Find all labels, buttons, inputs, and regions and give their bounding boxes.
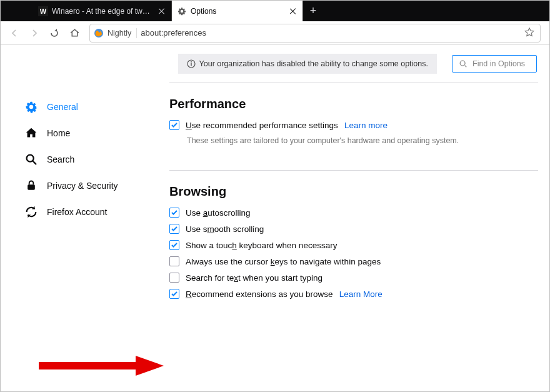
checkbox-label: Search for text when you start typing xyxy=(186,273,322,283)
sync-icon xyxy=(24,205,38,219)
svg-point-4 xyxy=(191,61,192,63)
section-heading-performance: Performance xyxy=(169,97,549,111)
main-pane: Performance Use recommended performance … xyxy=(151,83,549,391)
gear-icon xyxy=(177,6,187,16)
info-icon xyxy=(187,59,196,68)
tab-winaero[interactable]: W Winaero - At the edge of tweaking xyxy=(33,1,172,21)
divider xyxy=(169,170,538,171)
performance-subtext: These settings are tailored to your comp… xyxy=(187,136,549,145)
checkbox-label: Recommend extensions as you browse xyxy=(186,289,333,299)
checkbox-label: Use recommended performance settings xyxy=(186,121,338,130)
policy-banner: Your organization has disabled the abili… xyxy=(178,54,437,74)
find-in-options[interactable]: Find in Options xyxy=(452,55,537,73)
tab-title: Options xyxy=(191,7,285,16)
reload-button[interactable] xyxy=(46,24,63,42)
new-tab-button[interactable]: + xyxy=(303,1,323,21)
sidebar-item-general[interactable]: General xyxy=(24,94,151,120)
tab-title: Winaero - At the edge of tweaking xyxy=(52,7,154,16)
checkbox-search-start-typing[interactable] xyxy=(169,273,179,283)
identity-label: Nightly xyxy=(108,29,131,38)
sidebar-item-home[interactable]: Home xyxy=(24,120,151,146)
sidebar-item-label: General xyxy=(47,102,78,112)
category-sidebar: General Home Search Privacy & Security F… xyxy=(1,83,151,391)
annotation-arrow xyxy=(39,353,164,378)
svg-rect-5 xyxy=(191,63,191,66)
checkbox-caret-browsing[interactable] xyxy=(169,256,179,266)
sidebar-item-label: Privacy & Security xyxy=(47,181,118,191)
svg-point-6 xyxy=(460,61,465,66)
checkbox-autoscrolling[interactable] xyxy=(169,208,179,218)
checkbox-smooth-scrolling[interactable] xyxy=(169,224,179,234)
sidebar-item-search[interactable]: Search xyxy=(24,146,151,173)
learn-more-link[interactable]: Learn more xyxy=(344,121,388,130)
url-bar[interactable]: Nightly about:preferences xyxy=(89,24,541,43)
checkbox-touch-keyboard[interactable] xyxy=(169,240,179,250)
sidebar-item-privacy[interactable]: Privacy & Security xyxy=(24,173,151,199)
sidebar-item-account[interactable]: Firefox Account xyxy=(24,199,151,225)
learn-more-link[interactable]: Learn More xyxy=(339,289,382,299)
find-placeholder: Find in Options xyxy=(472,59,525,68)
sidebar-item-label: Home xyxy=(47,128,70,138)
home-button[interactable] xyxy=(66,24,83,42)
favicon-winaero: W xyxy=(38,6,48,16)
svg-rect-10 xyxy=(28,184,35,189)
forward-button[interactable] xyxy=(26,24,43,42)
lock-icon xyxy=(24,179,38,193)
close-icon[interactable] xyxy=(289,7,298,16)
checkbox-label: Show a touch keyboard when necessary xyxy=(186,241,337,250)
tab-strip: W Winaero - At the edge of tweaking Opti… xyxy=(1,1,549,21)
section-heading-browsing: Browsing xyxy=(169,184,549,199)
svg-marker-12 xyxy=(136,356,164,376)
bookmark-star-icon[interactable] xyxy=(524,27,536,39)
sidebar-item-label: Firefox Account xyxy=(47,207,108,217)
home-icon xyxy=(24,126,38,140)
svg-line-9 xyxy=(33,161,36,164)
checkbox-recommend-extensions[interactable] xyxy=(169,289,179,299)
firefox-icon xyxy=(94,28,104,38)
gear-icon xyxy=(24,100,38,114)
checkbox-recommended-performance[interactable] xyxy=(169,120,179,130)
search-icon xyxy=(24,153,38,166)
navbar: Nightly about:preferences xyxy=(1,21,549,45)
checkbox-label: Use smooth scrolling xyxy=(186,224,264,234)
search-icon xyxy=(459,59,468,68)
url-text: about:preferences xyxy=(141,28,524,38)
checkbox-label: Use autoscrolling xyxy=(186,208,251,218)
identity-box[interactable]: Nightly xyxy=(94,28,137,38)
back-button[interactable] xyxy=(6,24,23,42)
tab-options[interactable]: Options xyxy=(172,1,303,21)
svg-line-7 xyxy=(465,66,467,68)
close-icon[interactable] xyxy=(158,7,166,16)
banner-text: Your organization has disabled the abili… xyxy=(199,59,428,68)
divider xyxy=(169,83,538,83)
svg-text:W: W xyxy=(40,8,47,15)
checkbox-label: Always use the cursor keys to navigate w… xyxy=(186,257,381,266)
sidebar-item-label: Search xyxy=(47,154,74,164)
